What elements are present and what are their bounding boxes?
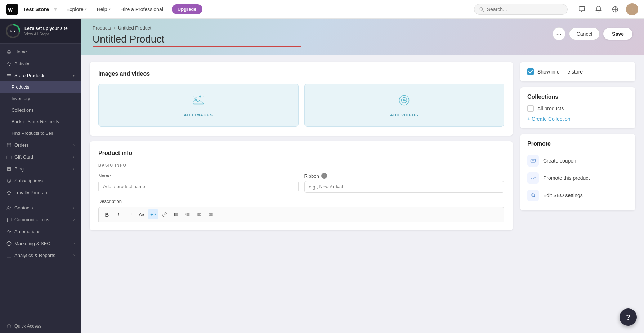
sidebar-item-products[interactable]: Products xyxy=(0,81,81,93)
ribbon-info-icon[interactable]: i xyxy=(321,173,327,179)
sidebar-item-automations[interactable]: Automations xyxy=(0,226,81,237)
view-steps-link[interactable]: View All Steps xyxy=(24,32,75,36)
wix-logo[interactable]: W xyxy=(6,3,19,16)
sidebar-item-marketing[interactable]: Marketing & SEO › xyxy=(0,237,81,249)
site-name[interactable]: Test Store xyxy=(23,6,49,12)
svg-line-3 xyxy=(482,10,484,11)
add-videos-label: ADD VIDEOS xyxy=(390,113,418,117)
basic-info-label: BASIC INFO xyxy=(98,163,504,167)
hire-link[interactable]: Hire a Professional xyxy=(116,4,167,14)
all-products-checkbox[interactable] xyxy=(527,105,534,112)
underline-button[interactable]: U xyxy=(125,209,135,219)
show-in-store-checkbox[interactable] xyxy=(527,68,534,75)
sidebar-item-orders[interactable]: Orders › xyxy=(0,139,81,151)
sidebar-item-back-in-stock[interactable]: Back in Stock Requests xyxy=(0,116,81,128)
add-videos-box[interactable]: ADD VIDEOS xyxy=(304,84,505,127)
sidebar-item-blog[interactable]: Blog › xyxy=(0,163,81,175)
show-in-store-label: Show in online store xyxy=(537,69,583,75)
name-label: Name xyxy=(98,173,299,178)
create-coupon-item[interactable]: Create coupon xyxy=(527,152,628,169)
sidebar-item-subscriptions[interactable]: Subscriptions xyxy=(0,175,81,187)
svg-rect-4 xyxy=(579,6,585,11)
top-nav-right: T xyxy=(576,3,638,15)
sidebar-item-collections[interactable]: Collections xyxy=(0,105,81,116)
description-section: Description B I U A◉ ✦✦ xyxy=(98,199,504,222)
add-images-box[interactable]: ADD IMAGES xyxy=(98,84,299,127)
product-info-title: Product info xyxy=(98,150,504,156)
explore-link[interactable]: Explore ▾ xyxy=(62,4,91,14)
sidebar-item-communications[interactable]: Communications › xyxy=(0,214,81,226)
sidebar-item-gift-card[interactable]: Gift Card › xyxy=(0,151,81,163)
sidebar-item-loyalty[interactable]: Loyalty Program xyxy=(0,187,81,199)
svg-point-15 xyxy=(174,213,175,214)
seo-settings-item[interactable]: Edit SEO settings xyxy=(527,187,628,204)
nav-links: Explore ▾ Help ▾ Hire a Professional xyxy=(62,4,167,14)
search-input[interactable] xyxy=(487,6,562,12)
name-group: Name xyxy=(98,173,299,193)
description-label: Description xyxy=(98,199,504,204)
sidebar-item-home[interactable]: Home xyxy=(0,46,81,58)
svg-point-2 xyxy=(480,7,483,10)
ribbon-input[interactable] xyxy=(304,181,505,193)
create-coupon-label: Create coupon xyxy=(543,158,576,164)
bold-button[interactable]: B xyxy=(102,209,112,219)
search-bar[interactable] xyxy=(474,4,568,15)
cancel-button[interactable]: Cancel xyxy=(569,28,600,40)
sidebar-item-store-products[interactable]: Store Products ▾ xyxy=(0,70,81,81)
breadcrumb-products[interactable]: Products xyxy=(93,25,111,31)
images-videos-card: Images and videos ADD xyxy=(90,62,513,136)
language-icon[interactable] xyxy=(609,4,621,15)
svg-point-16 xyxy=(174,214,175,215)
sidebar-item-analytics[interactable]: Analytics & Reports › xyxy=(0,249,81,261)
link-button[interactable] xyxy=(159,209,170,219)
save-button[interactable]: Save xyxy=(603,28,632,40)
seo-icon xyxy=(527,190,539,201)
outdent-button[interactable] xyxy=(194,209,205,219)
more-options-button[interactable]: ··· xyxy=(553,27,565,40)
quick-access-button[interactable]: Quick Access xyxy=(6,324,75,329)
all-products-label: All products xyxy=(537,106,564,111)
ribbon-group: Ribbon i xyxy=(304,173,505,193)
help-link[interactable]: Help ▾ xyxy=(93,4,115,14)
upgrade-button[interactable]: Upgrade xyxy=(172,4,202,14)
breadcrumb-current: Untitled Product xyxy=(118,25,152,31)
top-navigation: W Test Store ▾ Explore ▾ Help ▾ Hire a P… xyxy=(0,0,644,19)
promote-card: Promote Create coupon Promote this produ… xyxy=(520,134,635,210)
font-size-button[interactable]: A◉ xyxy=(136,209,147,219)
description-toolbar: B I U A◉ ✦✦ 1.2.3. xyxy=(98,207,504,222)
create-collection-link[interactable]: + Create Collection xyxy=(527,116,628,122)
italic-button[interactable]: I xyxy=(113,209,124,219)
main-content: Products › Untitled Product ··· Cancel S… xyxy=(81,19,644,333)
sidebar-item-find-products[interactable]: Find Products to Sell xyxy=(0,128,81,139)
help-fab-button[interactable]: ? xyxy=(620,308,637,326)
page-title-input[interactable] xyxy=(93,34,301,47)
sidebar-item-inventory[interactable]: Inventory xyxy=(0,93,81,105)
sidebar-item-contacts[interactable]: Contacts › xyxy=(0,202,81,214)
add-images-label: ADD IMAGES xyxy=(184,113,213,117)
seo-settings-label: Edit SEO settings xyxy=(543,192,583,198)
ai-button[interactable]: ✦✦ xyxy=(148,209,158,219)
promote-product-item[interactable]: Promote this product xyxy=(527,169,628,187)
main-panel: Images and videos ADD xyxy=(90,62,513,230)
collections-card: Collections All products + Create Collec… xyxy=(520,87,635,128)
media-grid: ADD IMAGES ADD VIDEOS xyxy=(98,84,504,127)
promote-icon xyxy=(527,172,539,184)
chat-icon[interactable] xyxy=(576,4,588,15)
breadcrumb-separator: › xyxy=(114,26,115,30)
right-panel: Show in online store Collections All pro… xyxy=(520,62,635,230)
sidebar-item-activity[interactable]: Activity xyxy=(0,58,81,70)
progress-circle: 2/7 xyxy=(6,24,20,38)
add-videos-icon xyxy=(398,94,411,109)
content-area: Images and videos ADD xyxy=(81,55,644,237)
notifications-icon[interactable] xyxy=(593,4,604,15)
product-info-card: Product info BASIC INFO Name Ribbon xyxy=(90,141,513,230)
app-layout: 2/7 Let's set up your site View All Step… xyxy=(0,19,644,333)
svg-rect-6 xyxy=(7,143,11,147)
show-in-store-card: Show in online store xyxy=(520,62,635,81)
name-input[interactable] xyxy=(98,181,299,192)
num-list-button[interactable]: 1.2.3. xyxy=(182,209,193,219)
avatar[interactable]: T xyxy=(626,3,638,15)
setup-banner[interactable]: 2/7 Let's set up your site View All Step… xyxy=(0,19,81,44)
indent-button[interactable] xyxy=(205,209,216,219)
bullet-list-button[interactable] xyxy=(171,209,182,219)
